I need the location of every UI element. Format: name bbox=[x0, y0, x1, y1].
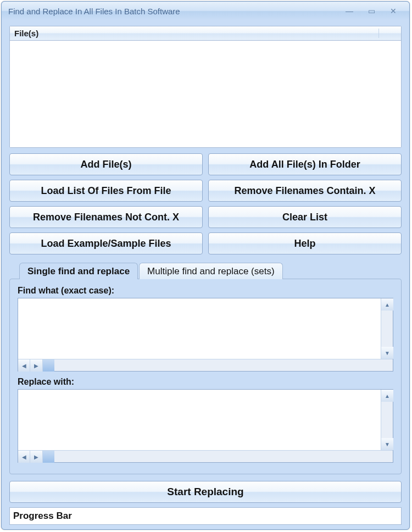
file-list[interactable]: File(s) bbox=[9, 26, 402, 148]
scroll-right-icon[interactable]: ▶ bbox=[30, 451, 42, 463]
tabs-container: Single find and replace Multiple find an… bbox=[9, 262, 402, 474]
scroll-corner bbox=[42, 359, 54, 372]
scroll-down-icon[interactable]: ▼ bbox=[381, 438, 393, 450]
find-vscroll[interactable]: ▲ ▼ bbox=[381, 298, 393, 359]
replace-with-label: Replace with: bbox=[18, 377, 393, 387]
close-button[interactable]: ✕ bbox=[386, 6, 400, 16]
scroll-up-icon[interactable]: ▲ bbox=[381, 298, 393, 311]
file-list-header[interactable]: File(s) bbox=[10, 26, 401, 41]
progress-label: Progress Bar bbox=[13, 511, 72, 522]
replace-hscroll[interactable]: ◀ ▶ bbox=[18, 450, 393, 462]
progress-bar: Progress Bar bbox=[9, 507, 402, 525]
app-window: Find and Replace In All Files In Batch S… bbox=[1, 1, 410, 530]
find-what-field: ▲ ▼ ◀ ▶ bbox=[18, 298, 393, 372]
replace-with-field: ▲ ▼ ◀ ▶ bbox=[18, 389, 393, 463]
find-hscroll[interactable]: ◀ ▶ bbox=[18, 359, 393, 371]
tab-strip: Single find and replace Multiple find an… bbox=[19, 262, 402, 279]
window-title: Find and Replace In All Files In Batch S… bbox=[6, 7, 342, 16]
load-list-button[interactable]: Load List Of Files From File bbox=[9, 180, 203, 202]
tab-single[interactable]: Single find and replace bbox=[19, 263, 138, 279]
file-list-header-col[interactable]: File(s) bbox=[10, 29, 379, 38]
scroll-right-icon[interactable]: ▶ bbox=[30, 359, 42, 372]
help-button[interactable]: Help bbox=[208, 232, 402, 254]
remove-contain-button[interactable]: Remove Filenames Contain. X bbox=[208, 180, 402, 202]
scroll-left-icon[interactable]: ◀ bbox=[18, 451, 30, 463]
titlebar[interactable]: Find and Replace In All Files In Batch S… bbox=[2, 2, 409, 20]
scroll-down-icon[interactable]: ▼ bbox=[381, 347, 393, 359]
replace-with-input[interactable] bbox=[18, 390, 381, 450]
tab-multiple[interactable]: Multiple find and replace (sets) bbox=[139, 263, 283, 279]
window-controls: — ▭ ✕ bbox=[342, 6, 400, 16]
file-list-body[interactable] bbox=[10, 41, 401, 147]
add-all-folder-button[interactable]: Add All File(s) In Folder bbox=[208, 153, 402, 175]
clear-list-button[interactable]: Clear List bbox=[208, 206, 402, 228]
find-what-label: Find what (exact case): bbox=[18, 286, 393, 296]
start-replacing-button[interactable]: Start Replacing bbox=[9, 481, 402, 503]
scroll-corner bbox=[42, 451, 54, 463]
maximize-button[interactable]: ▭ bbox=[364, 6, 378, 16]
scroll-up-icon[interactable]: ▲ bbox=[381, 390, 393, 402]
remove-not-contain-button[interactable]: Remove Filenames Not Cont. X bbox=[9, 206, 203, 228]
minimize-button[interactable]: — bbox=[342, 6, 357, 16]
scroll-left-icon[interactable]: ◀ bbox=[18, 359, 30, 372]
add-files-button[interactable]: Add File(s) bbox=[9, 153, 203, 175]
tab-panel-single: Find what (exact case): ▲ ▼ ◀ ▶ bbox=[9, 279, 402, 474]
button-grid: Add File(s) Add All File(s) In Folder Lo… bbox=[9, 153, 402, 254]
load-example-button[interactable]: Load Example/Sample Files bbox=[9, 232, 203, 254]
replace-vscroll[interactable]: ▲ ▼ bbox=[381, 390, 393, 450]
find-what-input[interactable] bbox=[18, 298, 381, 359]
content-area: File(s) Add File(s) Add All File(s) In F… bbox=[2, 20, 409, 529]
